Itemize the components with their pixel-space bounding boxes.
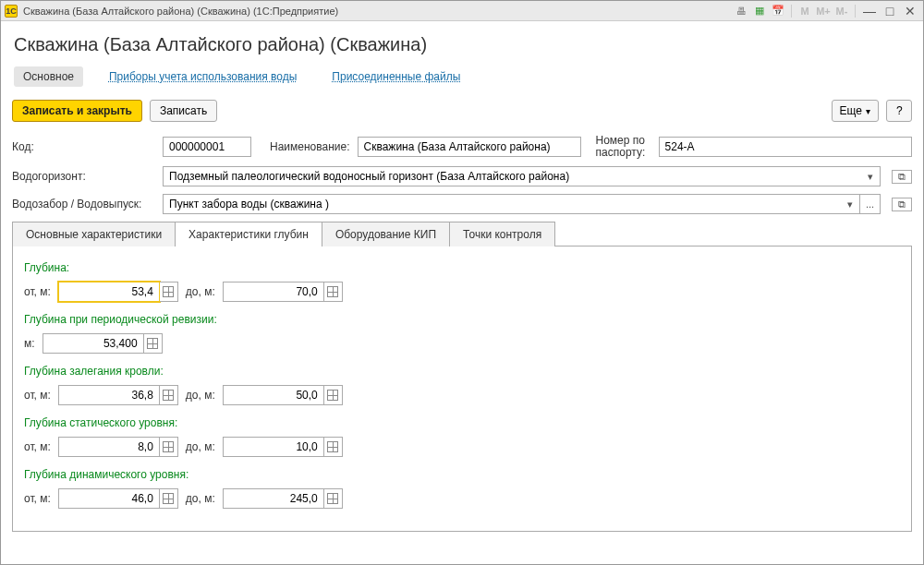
horizon-dropdown-button[interactable] (860, 166, 881, 186)
roof-depth-label: Глубина залегания кровли: (24, 365, 900, 378)
roof-from-input[interactable] (58, 385, 160, 405)
depth-to-label: до, м: (186, 285, 215, 298)
horizon-open-button[interactable] (892, 170, 912, 184)
static-level-label: Глубина статического уровня: (24, 416, 900, 429)
dynamic-to-input[interactable] (223, 488, 324, 509)
calculator-icon[interactable] (160, 437, 178, 457)
depth-to-input[interactable] (223, 282, 324, 302)
intake-input[interactable] (163, 194, 840, 214)
calculator-icon[interactable] (160, 282, 178, 302)
dynamic-level-label: Глубина динамического уровня: (24, 468, 900, 481)
horizon-input[interactable] (163, 166, 860, 186)
nav-files[interactable]: Присоединенные файлы (322, 66, 469, 87)
tabbar: Основные характеристики Характеристики г… (12, 222, 912, 246)
revision-depth-label: Глубина при периодической ревизии: (24, 313, 900, 326)
maximize-button[interactable]: □ (881, 4, 899, 18)
dynamic-from-input[interactable] (58, 488, 160, 509)
code-input[interactable] (163, 137, 251, 157)
calculator-icon[interactable] (160, 488, 178, 509)
horizon-combo (163, 166, 881, 186)
window-title: Скважина (База Алтайского района) (Скваж… (23, 6, 338, 17)
write-and-close-button[interactable]: Записать и закрыть (12, 100, 142, 122)
tab-equipment[interactable]: Оборудование КИП (322, 222, 450, 246)
roof-to-input[interactable] (223, 385, 324, 405)
m-label: м: (24, 337, 35, 350)
depth-from-wrap (58, 282, 178, 302)
intake-select-button[interactable] (860, 194, 881, 214)
intake-label: Водозабор / Водовыпуск: (12, 198, 155, 210)
calculator-icon[interactable] (324, 488, 343, 509)
memory-mplus-icon[interactable]: M+ (815, 4, 832, 18)
separator (791, 5, 792, 18)
toolbar: Записать и закрыть Записать Еще▾ ? (12, 100, 912, 122)
memory-m-icon[interactable]: M (796, 4, 813, 18)
tab-main-chars[interactable]: Основные характеристики (12, 222, 176, 246)
calculator-icon[interactable] (144, 333, 163, 354)
tab-control-points[interactable]: Точки контроля (449, 222, 555, 246)
intake-combo (163, 194, 881, 214)
depth-from-label: от, м: (24, 285, 51, 298)
chevron-down-icon: ▾ (866, 106, 870, 116)
revision-depth-input[interactable] (43, 333, 144, 354)
depth-to-wrap (223, 282, 343, 302)
calendar-icon[interactable]: 📅 (770, 4, 786, 18)
static-to-label: до, м: (186, 440, 215, 453)
write-button[interactable]: Записать (150, 100, 217, 122)
static-from-label: от, м: (24, 440, 51, 453)
minimize-button[interactable]: — (860, 4, 879, 18)
app-logo-icon: 1C (5, 5, 18, 18)
separator (855, 5, 856, 18)
passport-label: Номер по паспорту: (596, 135, 651, 159)
depth-from-input[interactable] (58, 282, 160, 302)
calculator-icon[interactable] (324, 437, 343, 457)
depth-group-label: Глубина: (24, 261, 900, 274)
tabpanel-depth: Глубина: от, м: до, м: Глубина при перио… (12, 246, 912, 532)
close-button[interactable]: ✕ (901, 4, 919, 18)
name-label: Наименование: (270, 140, 350, 153)
intake-dropdown-button[interactable] (840, 194, 860, 214)
memory-mminus-icon[interactable]: M- (833, 4, 850, 18)
section-nav: Основное Приборы учета использования вод… (12, 66, 912, 87)
passport-input[interactable] (659, 137, 912, 157)
dynamic-from-label: от, м: (24, 492, 51, 505)
calculator-icon[interactable] (160, 385, 178, 405)
tab-depth-chars[interactable]: Характеристики глубин (175, 222, 322, 246)
revision-depth-wrap (43, 333, 163, 354)
nav-meters[interactable]: Приборы учета использования воды (100, 66, 306, 87)
titlebar: 1C Скважина (База Алтайского района) (Ск… (1, 1, 923, 21)
static-to-input[interactable] (223, 437, 324, 457)
print-icon[interactable]: 🖶 (733, 4, 749, 18)
dynamic-to-label: до, м: (186, 492, 215, 505)
static-from-input[interactable] (58, 437, 160, 457)
help-button[interactable]: ? (886, 100, 912, 122)
roof-from-label: от, м: (24, 389, 51, 402)
horizon-label: Водогоризонт: (12, 170, 155, 183)
calculator-icon[interactable] (324, 282, 343, 302)
name-input[interactable] (358, 137, 581, 157)
calculator-icon[interactable] (324, 385, 343, 405)
more-label: Еще (840, 104, 862, 117)
roof-to-label: до, м: (186, 389, 215, 402)
more-button[interactable]: Еще▾ (832, 100, 879, 122)
page-title: Скважина (База Алтайского района) (Скваж… (14, 34, 912, 55)
code-label: Код: (12, 140, 155, 153)
intake-open-button[interactable] (892, 198, 912, 211)
tabs: Основные характеристики Характеристики г… (12, 222, 912, 532)
calc-toolbar-icon[interactable]: ▦ (751, 4, 768, 18)
nav-main[interactable]: Основное (14, 66, 83, 87)
